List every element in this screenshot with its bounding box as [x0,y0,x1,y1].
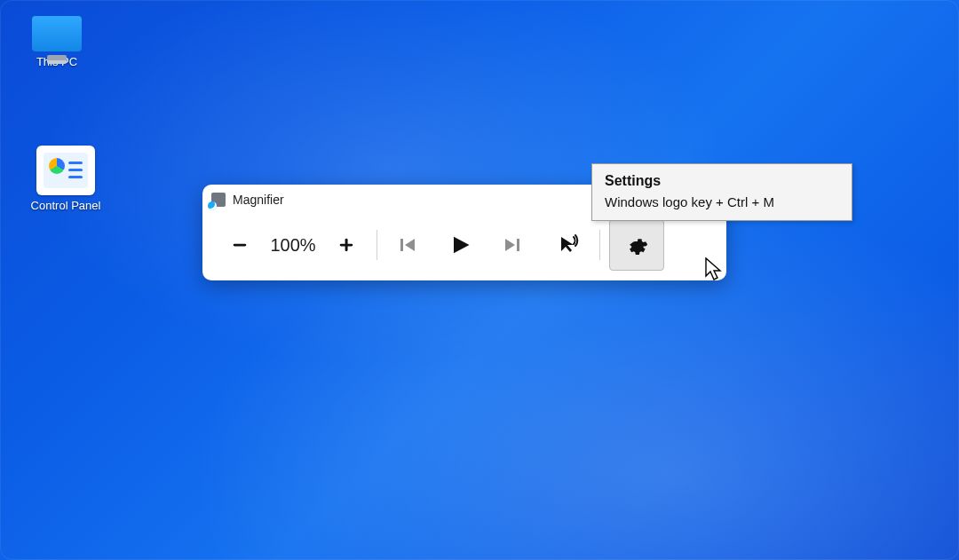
separator [599,230,600,260]
minus-icon [230,235,250,255]
magnifier-toolbar: 100% [202,215,726,280]
previous-button[interactable] [386,224,429,266]
control-panel-icon [36,146,95,195]
separator [376,230,377,260]
next-button[interactable] [491,224,534,266]
settings-button[interactable] [609,219,664,271]
desktop-icon-this-pc[interactable]: This PC [12,16,101,68]
settings-tooltip: Settings Windows logo key + Ctrl + M [591,163,852,221]
tooltip-shortcut: Windows logo key + Ctrl + M [605,194,839,209]
desktop-icon-label: Control Panel [12,199,119,212]
monitor-icon [32,16,82,51]
zoom-in-button[interactable] [325,224,368,266]
svg-marker-11 [561,237,574,252]
svg-rect-5 [345,239,348,252]
cursor-sound-icon [558,233,581,256]
desktop[interactable]: This PC Control Panel Magnifier 100% [0,0,959,560]
svg-marker-9 [505,239,515,251]
read-from-cursor-button[interactable] [548,224,590,266]
svg-marker-8 [454,237,470,254]
svg-rect-3 [234,244,247,247]
zoom-value: 100% [261,235,325,256]
play-icon [448,233,472,257]
svg-rect-10 [517,239,519,251]
plus-icon [337,235,356,255]
magnifier-app-icon [211,193,226,207]
gear-icon [625,233,648,256]
svg-marker-7 [405,239,415,251]
window-title: Magnifier [233,193,284,207]
zoom-out-button[interactable] [218,224,261,266]
tooltip-title: Settings [605,173,839,189]
skip-forward-icon [502,234,523,256]
skip-back-icon [397,234,418,256]
play-button[interactable] [429,224,491,266]
desktop-icon-control-panel[interactable]: Control Panel [12,146,119,212]
svg-rect-6 [400,239,403,251]
